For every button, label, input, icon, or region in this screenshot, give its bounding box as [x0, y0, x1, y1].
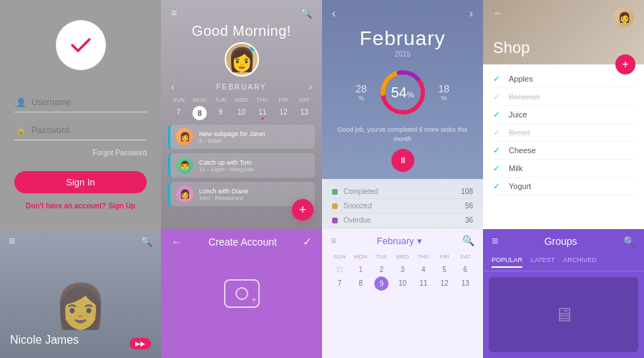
cal-day[interactable]: 13 — [294, 106, 315, 120]
event-avatar: 👩 — [176, 185, 193, 203]
forward-arrow-icon[interactable]: › — [469, 7, 473, 20]
hamburger-icon[interactable]: ≡ — [492, 235, 498, 248]
create-title: Create Account — [208, 236, 277, 248]
stats-year: 2015 — [394, 50, 410, 58]
search-icon[interactable]: 🔍 — [300, 7, 312, 19]
prev-month-button[interactable]: ‹ — [171, 81, 175, 92]
right-stat-pct: % — [439, 95, 450, 102]
hamburger-icon[interactable]: ≡ — [331, 235, 336, 246]
check-icon: ✓ — [493, 110, 503, 120]
signin-card: 👤 🔒 Forgot Password Sign In Don't have a… — [0, 0, 161, 229]
event-info: Catch up with Tom 11 - 12pm · Hangouts — [199, 159, 309, 173]
check-confirm-icon[interactable]: ✓ — [303, 235, 312, 248]
password-wrap: 🔒 — [14, 121, 147, 140]
feb-month-title: February ▾ — [377, 236, 422, 246]
check-icon: ✓ — [493, 163, 503, 173]
shop-list: ✓ Apples ✓ Bananas ✓ Juice ✓ Bread ✓ Che… — [483, 64, 644, 229]
event-item[interactable]: 👩 Lunch with Diane 1pm · Restaurant — [168, 182, 315, 206]
profile-badge[interactable]: ▶▶ — [130, 338, 151, 349]
back-arrow-icon[interactable]: ‹ — [332, 7, 336, 20]
cal-day[interactable]: 11 — [252, 106, 273, 120]
next-month-button[interactable]: › — [308, 81, 312, 92]
hamburger-icon[interactable]: ≡ — [171, 7, 177, 19]
event-title: Catch up with Tom — [199, 159, 309, 166]
event-item[interactable]: 👨 Catch up with Tom 11 - 12pm · Hangouts — [168, 153, 315, 178]
shop-item-apples[interactable]: ✓ Apples — [493, 70, 634, 88]
feb-calendar-card: ≡ February ▾ 🔍 SUN MON TUE WED THU FRI S… — [322, 229, 483, 358]
groups-content: 🖥 — [489, 277, 638, 352]
event-time: 1pm · Restaurant — [199, 195, 309, 201]
shop-item-cheese[interactable]: ✓ Cheese — [493, 142, 634, 160]
tab-archived[interactable]: ARCHIVED — [563, 256, 597, 268]
event-avatar: 👨 — [176, 157, 193, 174]
feb-row-1: 31 1 2 3 4 5 6 — [329, 263, 476, 276]
item-name: Milk — [509, 164, 523, 173]
cal-day-active[interactable]: 8 — [192, 106, 207, 120]
left-stat: 28 % — [356, 83, 367, 102]
profile-header: ≡ 🔍 — [0, 229, 161, 253]
tab-popular[interactable]: POPULAR — [492, 256, 522, 268]
stats-month-title: February — [359, 27, 445, 50]
shop-item-bananas[interactable]: ✓ Bananas — [493, 88, 634, 106]
right-stat: 18 % — [439, 83, 450, 102]
cal-day[interactable]: 7 — [168, 106, 189, 120]
check-icon: ✓ — [493, 181, 503, 191]
hamburger-icon[interactable]: ≡ — [9, 235, 15, 248]
groups-card: ≡ Groups 🔍 POPULAR LATEST ARCHIVED 🖥 — [483, 229, 644, 358]
item-name: Bananas — [509, 92, 540, 101]
forgot-password-link[interactable]: Forgot Password — [14, 149, 147, 157]
add-event-button[interactable]: + — [292, 199, 313, 221]
pause-button[interactable]: ⏸ — [391, 149, 414, 172]
groups-header: ≡ Groups 🔍 — [483, 229, 644, 253]
shop-item-bread[interactable]: ✓ Bread — [493, 124, 634, 142]
left-stat-num: 28 — [356, 83, 367, 95]
add-item-button[interactable]: + — [615, 54, 635, 74]
feb-days-header: SUN MON TUE WED THU FRI SAT — [329, 252, 476, 261]
back-icon[interactable]: ← — [493, 7, 503, 27]
camera-icon[interactable]: + — [224, 279, 260, 308]
shop-item-yogurt[interactable]: ✓ Yogurt — [493, 178, 634, 195]
signin-button[interactable]: Sign In — [14, 171, 147, 193]
shop-item-juice[interactable]: ✓ Juice — [493, 106, 634, 124]
cal-day[interactable]: 10 — [231, 106, 252, 120]
event-avatar: 👩 — [176, 128, 193, 145]
username-wrap: 👤 — [14, 93, 147, 112]
days-row: 7 8 9 10 11 12 13 — [168, 106, 315, 120]
shop-item-milk[interactable]: ✓ Milk — [493, 160, 634, 178]
event-item[interactable]: 👩 New subpage for Janet 8 - 10am — [168, 125, 315, 149]
item-name: Juice — [509, 110, 527, 119]
stats-content: ‹ › February 2015 28 % 54% — [322, 0, 483, 179]
create-account-card: ← Create Account ✓ + — [161, 229, 322, 358]
item-name: Bread — [509, 128, 530, 137]
calendar-grid: SUN MON TUE WED THU FRI SAT 7 8 9 10 11 … — [161, 95, 322, 120]
password-input[interactable] — [14, 121, 147, 140]
groups-tabs: POPULAR LATEST ARCHIVED — [483, 253, 644, 271]
cal-day[interactable]: 12 — [273, 106, 293, 120]
event-time: 8 - 10am — [199, 137, 309, 144]
profile-name: Nicole James — [10, 334, 79, 347]
center-percentage: 54% — [391, 84, 414, 101]
back-icon[interactable]: ← — [171, 236, 182, 248]
search-icon[interactable]: 🔍 — [140, 236, 152, 247]
stats-header: ‹ › — [322, 0, 483, 27]
check-icon: ✓ — [493, 74, 503, 84]
groups-title: Groups — [545, 236, 577, 247]
morning-card: ≡ 🔍 Good Morning! 👩 ‹ FEBRUARY › SUN MON… — [161, 0, 322, 229]
cal-day[interactable]: 9 — [210, 106, 231, 120]
donut-chart: 54% — [374, 64, 431, 121]
username-input[interactable] — [14, 93, 147, 112]
item-name: Apples — [509, 74, 533, 83]
signup-prompt: Don't have an account? Sign Up — [26, 202, 135, 210]
shop-header: ← 👩 Shop + — [483, 0, 644, 64]
event-info: New subpage for Janet 8 - 10am — [199, 130, 309, 144]
search-icon[interactable]: 🔍 — [462, 235, 474, 246]
feb-cal-header: ≡ February ▾ 🔍 — [322, 229, 483, 252]
shop-user-avatar: 👩 — [614, 7, 634, 27]
feb-row-2: 7 8 9 10 11 12 13 — [329, 276, 476, 291]
search-icon[interactable]: 🔍 — [623, 236, 635, 247]
shop-card: ← 👩 Shop + ✓ Apples ✓ Bananas ✓ Juice ✓ … — [483, 0, 644, 229]
stats-tagline: Good job, you've completed 6 more tasks … — [322, 125, 483, 143]
avatar: 👩 — [225, 42, 259, 77]
shop-title: Shop — [493, 39, 530, 57]
tab-latest[interactable]: LATEST — [531, 256, 555, 268]
